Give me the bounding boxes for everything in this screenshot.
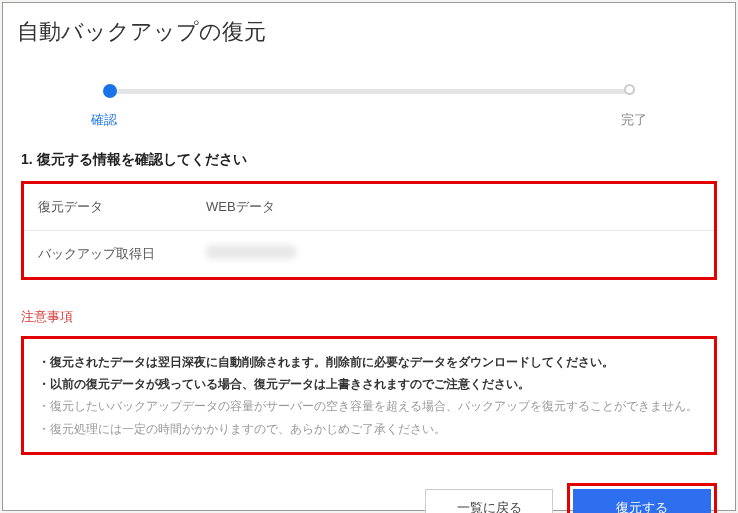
notice-box: ・復元されたデータは翌日深夜に自動削除されます。削除前に必要なデータをダウンロー… [21, 336, 717, 455]
redacted-date [206, 245, 296, 259]
info-row-data: 復元データ WEBデータ [24, 184, 714, 231]
progress-labels: 確認 完了 [91, 111, 647, 129]
progress-bar [103, 83, 635, 103]
info-label-date: バックアップ取得日 [24, 231, 192, 277]
progress-label-complete: 完了 [621, 111, 647, 129]
notice-item: ・以前の復元データが残っている場合、復元データは上書きされますのでご注意ください… [38, 373, 700, 395]
restore-button[interactable]: 復元する [573, 489, 711, 513]
progress-step-inactive-icon [624, 84, 635, 95]
notice-item: ・復元したいバックアップデータの容量がサーバーの空き容量を超える場合、バックアッ… [38, 395, 700, 417]
progress-label-confirm: 確認 [91, 111, 117, 129]
main-panel: 自動バックアップの復元 確認 完了 1. 復元する情報を確認してください 復元デ… [2, 2, 736, 511]
info-label-data: 復元データ [24, 184, 192, 230]
notice-item: ・復元処理には一定の時間がかかりますので、あらかじめご了承ください。 [38, 418, 700, 440]
back-button[interactable]: 一覧に戻る [425, 489, 553, 513]
notice-item: ・復元されたデータは翌日深夜に自動削除されます。削除前に必要なデータをダウンロー… [38, 351, 700, 373]
progress-track [107, 89, 631, 94]
info-row-date: バックアップ取得日 [24, 231, 714, 277]
section-heading: 1. 復元する情報を確認してください [21, 151, 717, 169]
button-row: 一覧に戻る 復元する [21, 483, 717, 513]
progress-step-active-icon [103, 84, 117, 98]
restore-button-highlight: 復元する [567, 483, 717, 513]
info-value-data: WEBデータ [192, 184, 714, 230]
notice-heading: 注意事項 [21, 308, 717, 326]
restore-info-box: 復元データ WEBデータ バックアップ取得日 [21, 181, 717, 280]
info-value-date [192, 231, 714, 277]
page-title: 自動バックアップの復元 [3, 3, 735, 57]
